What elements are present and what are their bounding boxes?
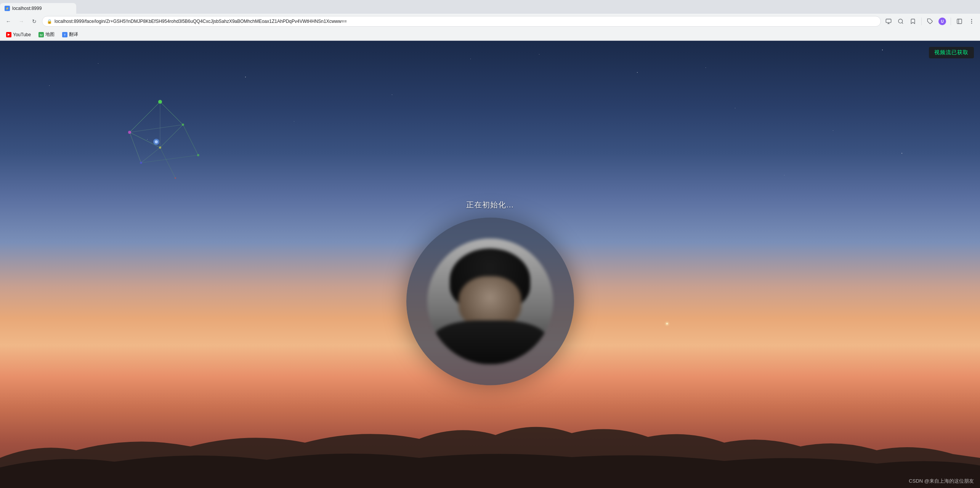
bookmark-button[interactable] [908, 16, 918, 27]
notification-badge: 视频流已获取 [929, 47, 974, 58]
profile-button[interactable]: U [937, 16, 948, 27]
mountains-svg [0, 412, 980, 488]
svg-line-20 [130, 125, 183, 132]
svg-point-28 [197, 154, 199, 156]
browser-chrome: ⚡ localhost:8999 ← → ↻ 🔒 localhost:8999/… [0, 0, 980, 41]
address-bar[interactable]: 🔒 localhost:8999/face/login/Zr+GSH5!!nDM… [42, 16, 881, 27]
menu-button[interactable] [966, 16, 977, 27]
translate-favicon: T [62, 32, 67, 37]
maps-favicon: M [38, 32, 44, 37]
security-icon: 🔒 [47, 19, 52, 24]
svg-line-14 [130, 132, 141, 163]
face-preview [427, 239, 553, 364]
svg-point-31 [155, 140, 158, 143]
main-content: 正在初始化... 视频流已获取 CSDN @来自上海的 [0, 41, 980, 488]
screen-cast-button[interactable] [883, 16, 894, 27]
toolbar-icons: U [883, 16, 977, 27]
svg-text:T: T [64, 33, 66, 37]
profile-avatar: U [938, 18, 946, 25]
svg-text:M: M [40, 33, 43, 37]
svg-rect-0 [886, 19, 891, 22]
svg-line-16 [160, 125, 183, 148]
address-bar-row: ← → ↻ 🔒 localhost:8999/face/login/Zr+GSH… [0, 14, 980, 29]
face-outer-ring [406, 218, 574, 385]
svg-line-13 [160, 102, 183, 125]
extensions-button[interactable] [925, 16, 935, 27]
zoom-button[interactable] [895, 16, 906, 27]
svg-point-7 [971, 23, 972, 23]
svg-rect-3 [957, 19, 962, 24]
separator-1 [921, 18, 922, 25]
bookmark-youtube-label: YouTube [13, 32, 31, 37]
svg-line-19 [160, 148, 175, 178]
forward-button[interactable]: → [16, 16, 27, 27]
youtube-favicon: ▶ [6, 32, 11, 37]
tab-title: localhost:8999 [12, 6, 42, 11]
reload-button[interactable]: ↻ [29, 16, 40, 27]
svg-point-25 [182, 124, 184, 126]
svg-point-1 [898, 19, 903, 23]
watermark-text: CSDN @来自上海的这位朋友 [909, 478, 974, 484]
bookmark-translate[interactable]: T 翻译 [59, 30, 81, 39]
svg-point-23 [158, 100, 162, 104]
bookmark-maps-label: 地图 [45, 31, 55, 38]
separator-2 [951, 18, 951, 25]
watermark: CSDN @来自上海的这位朋友 [909, 478, 974, 485]
tab-bar: ⚡ localhost:8999 [0, 0, 980, 14]
svg-point-27 [140, 162, 142, 164]
svg-line-12 [130, 102, 160, 132]
bookmark-maps[interactable]: M 地图 [35, 30, 58, 39]
notification-text: 视频流已获取 [934, 49, 969, 55]
back-button[interactable]: ← [3, 16, 14, 27]
bookmark-translate-label: 翻译 [69, 31, 78, 38]
constellation-svg [107, 87, 213, 193]
sidebar-button[interactable] [954, 16, 965, 27]
svg-point-26 [159, 146, 161, 149]
tab-favicon: ⚡ [5, 6, 10, 11]
url-text: localhost:8999/face/login/Zr+GSH5!!nDMJP… [55, 19, 876, 24]
svg-point-6 [971, 21, 972, 21]
bookmark-bar: ▶ YouTube M 地图 T 翻译 [0, 29, 980, 40]
bookmark-youtube[interactable]: ▶ YouTube [3, 31, 34, 38]
face-recognition-container: 正在初始化... [406, 200, 574, 385]
status-text: 正在初始化... [466, 200, 514, 210]
active-tab[interactable]: ⚡ localhost:8999 [0, 3, 76, 14]
svg-line-21 [141, 155, 198, 163]
svg-point-24 [128, 131, 131, 134]
svg-point-29 [175, 177, 176, 179]
svg-point-5 [971, 19, 972, 20]
svg-line-17 [183, 125, 198, 155]
